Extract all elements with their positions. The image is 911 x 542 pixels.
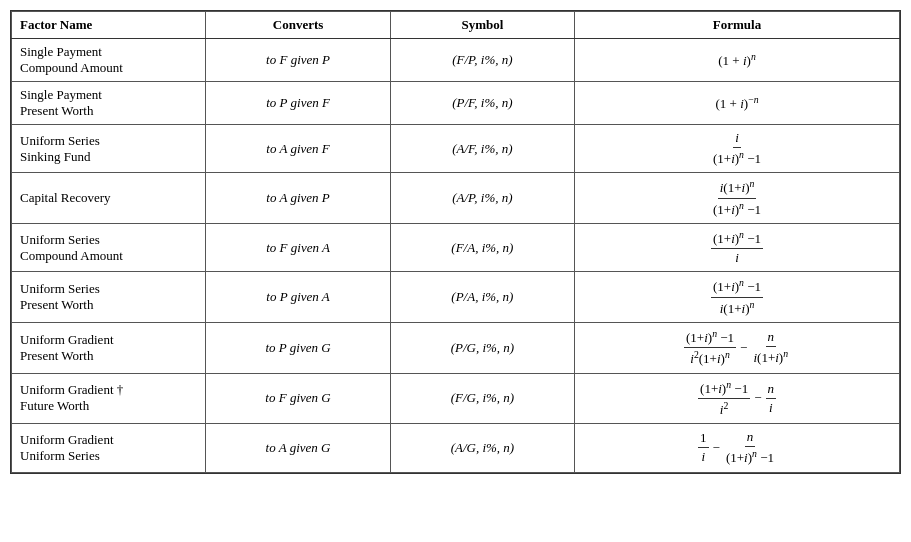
factor-name-cell: Uniform Gradient †Future Worth	[12, 373, 206, 424]
factor-name-cell: Uniform GradientUniform Series	[12, 424, 206, 472]
factor-name-cell: Single PaymentCompound Amount	[12, 39, 206, 82]
header-formula: Formula	[575, 12, 900, 39]
symbol-cell: (A/F, i%, n)	[390, 125, 574, 173]
factor-name-cell: Uniform GradientPresent Worth	[12, 322, 206, 373]
symbol-cell: (P/G, i%, n)	[390, 322, 574, 373]
factor-name-cell: Single PaymentPresent Worth	[12, 82, 206, 125]
header-symbol: Symbol	[390, 12, 574, 39]
converts-cell: to P given G	[206, 322, 390, 373]
factor-name-cell: Uniform SeriesCompound Amount	[12, 223, 206, 271]
symbol-cell: (P/F, i%, n)	[390, 82, 574, 125]
formula-cell: (1+i)n −1 i	[575, 223, 900, 271]
table-row: Single PaymentCompound Amount to F given…	[12, 39, 900, 82]
table-row: Uniform GradientUniform Series to A give…	[12, 424, 900, 472]
table-row: Uniform SeriesPresent Worth to P given A…	[12, 272, 900, 323]
symbol-cell: (F/G, i%, n)	[390, 373, 574, 424]
table-row: Capital Recovery to A given P (A/P, i%, …	[12, 173, 900, 224]
factor-name-cell: Capital Recovery	[12, 173, 206, 224]
symbol-cell: (P/A, i%, n)	[390, 272, 574, 323]
converts-cell: to A given F	[206, 125, 390, 173]
converts-cell: to F given A	[206, 223, 390, 271]
formula-cell: 1 i − n (1+i)n −1	[575, 424, 900, 472]
formula-cell: i (1+i)n −1	[575, 125, 900, 173]
formula-cell: i(1+i)n (1+i)n −1	[575, 173, 900, 224]
symbol-cell: (A/P, i%, n)	[390, 173, 574, 224]
converts-cell: to F given P	[206, 39, 390, 82]
formula-cell: (1 + i)n	[575, 39, 900, 82]
header-converts: Converts	[206, 12, 390, 39]
table-row: Uniform GradientPresent Worth to P given…	[12, 322, 900, 373]
table-row: Uniform SeriesCompound Amount to F given…	[12, 223, 900, 271]
symbol-cell: (A/G, i%, n)	[390, 424, 574, 472]
formula-cell: (1 + i)−n	[575, 82, 900, 125]
table-row: Single PaymentPresent Worth to P given F…	[12, 82, 900, 125]
formula-cell: (1+i)n −1 i(1+i)n	[575, 272, 900, 323]
symbol-cell: (F/P, i%, n)	[390, 39, 574, 82]
formula-cell: (1+i)n −1 i2 − n i	[575, 373, 900, 424]
table-row: Uniform Gradient †Future Worth to F give…	[12, 373, 900, 424]
converts-cell: to P given A	[206, 272, 390, 323]
converts-cell: to P given F	[206, 82, 390, 125]
converts-cell: to F given G	[206, 373, 390, 424]
table-row: Uniform SeriesSinking Fund to A given F …	[12, 125, 900, 173]
converts-cell: to A given P	[206, 173, 390, 224]
symbol-cell: (F/A, i%, n)	[390, 223, 574, 271]
converts-cell: to A given G	[206, 424, 390, 472]
formula-cell: (1+i)n −1 i2(1+i)n − n i(1+i)n	[575, 322, 900, 373]
factor-name-cell: Uniform SeriesSinking Fund	[12, 125, 206, 173]
factor-name-cell: Uniform SeriesPresent Worth	[12, 272, 206, 323]
engineering-economics-table: Factor Name Converts Symbol Formula Sing…	[10, 10, 901, 474]
header-factor-name: Factor Name	[12, 12, 206, 39]
